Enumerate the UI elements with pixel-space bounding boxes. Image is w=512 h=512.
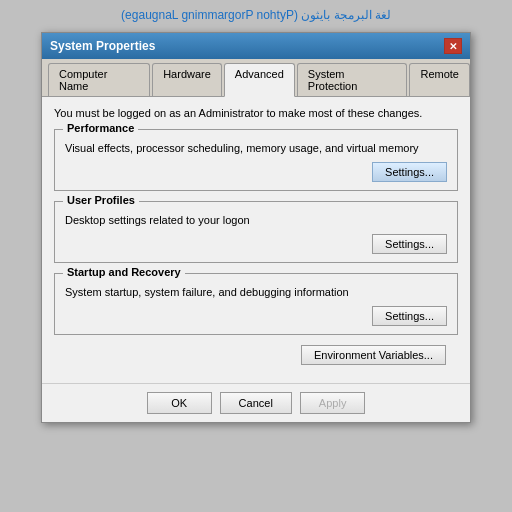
startup-recovery-section: Startup and Recovery System startup, sys… — [54, 273, 458, 335]
tab-remote[interactable]: Remote — [409, 63, 470, 96]
user-profiles-desc: Desktop settings related to your logon — [65, 214, 447, 226]
tab-hardware[interactable]: Hardware — [152, 63, 222, 96]
top-link[interactable]: لغة البرمجة بايثون (Python Programming L… — [121, 8, 391, 22]
tab-content: You must be logged on as an Administrato… — [42, 97, 470, 383]
system-properties-window: System Properties ✕ Computer Name Hardwa… — [41, 32, 471, 423]
performance-btn-row: Settings... — [65, 162, 447, 182]
env-row: Environment Variables... — [54, 345, 458, 373]
title-bar: System Properties ✕ — [42, 33, 470, 59]
user-profiles-section: User Profiles Desktop settings related t… — [54, 201, 458, 263]
admin-notice: You must be logged on as an Administrato… — [54, 107, 458, 119]
startup-recovery-btn-row: Settings... — [65, 306, 447, 326]
tab-advanced[interactable]: Advanced — [224, 63, 295, 97]
tab-computer-name[interactable]: Computer Name — [48, 63, 150, 96]
user-profiles-settings-button[interactable]: Settings... — [372, 234, 447, 254]
user-profiles-title: User Profiles — [63, 194, 139, 206]
window-title: System Properties — [50, 39, 155, 53]
startup-recovery-desc: System startup, system failure, and debu… — [65, 286, 447, 298]
tab-system-protection[interactable]: System Protection — [297, 63, 408, 96]
footer-buttons: OK Cancel Apply — [42, 383, 470, 422]
performance-title: Performance — [63, 122, 138, 134]
startup-recovery-title: Startup and Recovery — [63, 266, 185, 278]
performance-settings-button[interactable]: Settings... — [372, 162, 447, 182]
cancel-button[interactable]: Cancel — [220, 392, 292, 414]
ok-button[interactable]: OK — [147, 392, 212, 414]
tab-bar: Computer Name Hardware Advanced System P… — [42, 59, 470, 97]
environment-variables-button[interactable]: Environment Variables... — [301, 345, 446, 365]
performance-section: Performance Visual effects, processor sc… — [54, 129, 458, 191]
user-profiles-btn-row: Settings... — [65, 234, 447, 254]
apply-button[interactable]: Apply — [300, 392, 366, 414]
startup-recovery-settings-button[interactable]: Settings... — [372, 306, 447, 326]
close-button[interactable]: ✕ — [444, 38, 462, 54]
performance-desc: Visual effects, processor scheduling, me… — [65, 142, 447, 154]
